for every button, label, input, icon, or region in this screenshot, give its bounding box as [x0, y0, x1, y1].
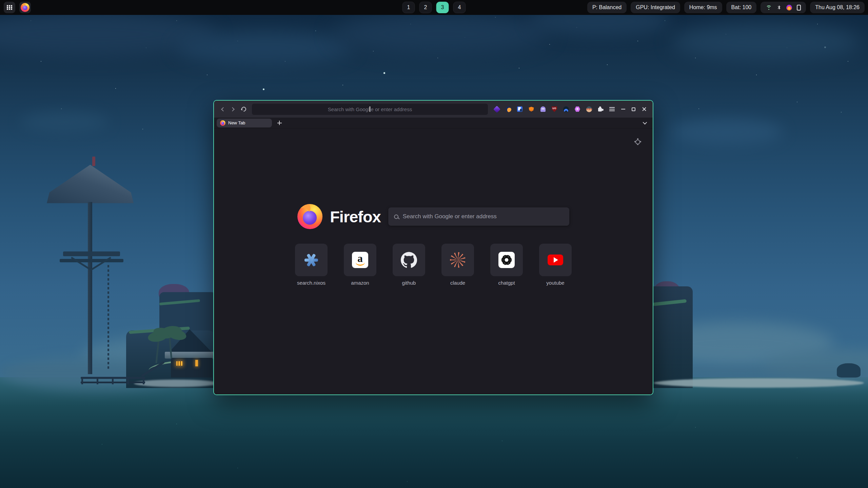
cloud [20, 112, 108, 132]
extension-dark-mode-button[interactable] [502, 103, 514, 115]
newtab-search-input[interactable]: Search with Google or enter address [388, 207, 569, 226]
wifi-icon[interactable] [766, 5, 772, 10]
workspace-button-1[interactable]: 1 [402, 2, 415, 13]
extension-ghostery-button[interactable] [537, 103, 549, 115]
shortcut-label: github [402, 280, 416, 286]
new-tab-page: Firefox Search with Google or enter addr… [214, 128, 653, 394]
shortcut-label: claude [450, 280, 465, 286]
workspace-button-3-active[interactable]: 3 [436, 2, 449, 13]
hut [171, 358, 212, 378]
shortcut-search-nixos[interactable]: search.nixos [295, 244, 328, 286]
workspace-button-2[interactable]: 2 [419, 2, 432, 13]
gpu-pill[interactable]: GPU: Integrated [631, 2, 680, 13]
forward-icon [230, 107, 235, 111]
minimize-icon [621, 109, 625, 109]
plus-icon [277, 121, 282, 125]
shortcut-tile [490, 244, 523, 276]
personalize-new-tab-button[interactable] [633, 137, 643, 147]
extension-user-agent-button[interactable] [583, 103, 595, 115]
ublock-badge-text: UO [552, 107, 556, 112]
network-latency-pill[interactable]: Home: 9ms [684, 2, 722, 13]
hamburger-icon [609, 107, 615, 111]
moon-icon [506, 106, 511, 112]
layers-diamond-icon [493, 105, 500, 113]
power-profile-pill[interactable]: P: Balanced [587, 2, 627, 13]
shortcut-amazon[interactable]: a amazon [344, 244, 376, 286]
url-placeholder-after: e or enter address [371, 106, 412, 112]
github-octocat-icon [401, 252, 417, 268]
hut-roof [165, 352, 216, 359]
clock-pill[interactable]: Thu Aug 08, 18:26 [810, 2, 865, 13]
maximize-icon [632, 107, 635, 111]
shortcut-github[interactable]: github [393, 244, 425, 286]
hut-window-glow [176, 361, 182, 366]
tab-bar: New Tab [214, 118, 653, 128]
forward-button[interactable] [228, 104, 238, 115]
search-icon [394, 215, 398, 219]
fox-icon [529, 106, 534, 112]
extension-vpn-button[interactable] [560, 103, 572, 115]
app-launcher-button[interactable] [4, 2, 15, 13]
url-bar[interactable]: Search with Google or enter address [252, 104, 488, 115]
boardwalk-post [112, 378, 114, 384]
ghost-icon [540, 106, 546, 112]
amazon-icon: a [352, 252, 368, 268]
spy-face-icon [586, 106, 592, 112]
shortcut-youtube[interactable]: youtube [539, 244, 572, 286]
amazon-smile-arrow [356, 262, 365, 266]
workspace-switcher: 1 2 3 4 [402, 2, 466, 13]
reload-icon [240, 106, 247, 113]
top-status-bar: 1 2 3 4 P: Balanced GPU: Integrated Home… [0, 0, 868, 15]
reload-button[interactable] [238, 104, 249, 115]
topbar-left [4, 2, 31, 13]
distant-rock [837, 363, 861, 378]
firefox-taskbar-button[interactable] [19, 2, 31, 13]
open-new-tab-button[interactable] [275, 119, 284, 127]
extension-wallet-button[interactable] [491, 103, 502, 115]
watchtower-rail [60, 259, 123, 262]
tab-new-tab[interactable]: New Tab [217, 119, 272, 127]
url-placeholder-before: Search with Googl [328, 106, 370, 112]
workspace-button-4[interactable]: 4 [453, 2, 466, 13]
boardwalk-post [81, 378, 83, 384]
shortcut-claude[interactable]: claude [441, 244, 474, 286]
gear-icon [635, 140, 640, 144]
ublock-shield-icon: UO [552, 106, 557, 112]
list-all-tabs-chevron[interactable] [643, 120, 647, 125]
shortcut-label: chatgpt [498, 280, 515, 286]
shortcut-tile [539, 244, 572, 276]
minimize-button[interactable] [618, 104, 628, 115]
bluetooth-icon[interactable] [777, 5, 782, 10]
youtube-play-icon [548, 255, 563, 265]
system-tray [761, 2, 806, 13]
battery-pill[interactable]: Bat: 100 [726, 2, 757, 13]
newtab-search-placeholder: Search with Google or enter address [403, 213, 497, 220]
extension-snowflake-button[interactable]: ✻ [572, 103, 583, 115]
newtab-brand-row: Firefox Search with Google or enter addr… [297, 204, 569, 229]
cloud [671, 24, 861, 61]
cloud [671, 119, 783, 146]
claude-starburst-icon [450, 252, 466, 268]
snowflake-hexagon-icon: ✻ [575, 106, 580, 112]
phone-device-icon[interactable] [797, 5, 801, 11]
media-player-icon[interactable] [786, 5, 792, 11]
cloud [176, 31, 353, 65]
extensions-menu-button[interactable] [595, 103, 606, 115]
maximize-button[interactable] [628, 104, 639, 115]
shortcut-label: search.nixos [297, 280, 326, 286]
close-button[interactable] [639, 104, 649, 115]
firefox-wordmark: Firefox [330, 207, 381, 226]
shortcut-tile [441, 244, 474, 276]
back-button[interactable] [217, 104, 228, 115]
extension-ublock-button[interactable]: UO [549, 103, 560, 115]
firefox-icon [21, 3, 29, 12]
shortcut-tile [393, 244, 425, 276]
extension-metamask-button[interactable] [526, 103, 537, 115]
shortcut-tiles: search.nixos a amazon [295, 244, 572, 286]
shortcut-chatgpt[interactable]: chatgpt [490, 244, 523, 286]
firefox-logo [297, 204, 322, 229]
boardwalk-post [127, 378, 129, 384]
openai-knot-icon [498, 252, 515, 268]
app-menu-button[interactable] [606, 103, 618, 115]
extension-password-vault-button[interactable] [514, 103, 526, 115]
